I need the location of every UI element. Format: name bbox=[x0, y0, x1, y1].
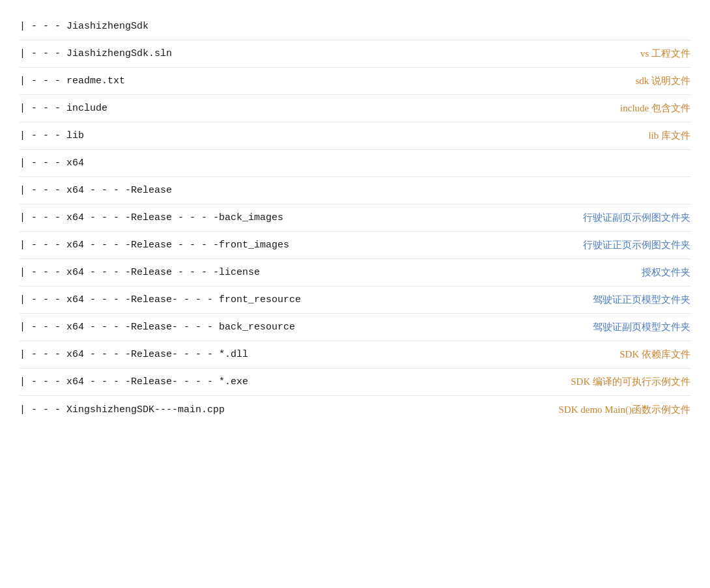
file-row: | - - - x64 - - - -Release- - - - *.exeS… bbox=[20, 369, 690, 396]
file-row: | - - - x64 - - - -Release bbox=[20, 177, 690, 204]
file-row: | - - - x64 - - - -Release- - - - front_… bbox=[20, 287, 690, 314]
file-path: | - - - readme.txt bbox=[20, 76, 125, 87]
file-row: | - - - x64 - - - -Release - - - -front_… bbox=[20, 232, 690, 259]
file-row: | - - - x64 - - - -Release- - - - back_r… bbox=[20, 314, 690, 341]
file-row: | - - - XingshizhengSDK----main.cppSDK d… bbox=[20, 396, 690, 423]
file-description: include 包含文件 bbox=[620, 102, 690, 115]
file-path: | - - - x64 - - - -Release- - - - *.dll bbox=[20, 349, 248, 360]
file-description: SDK 依赖库文件 bbox=[619, 348, 690, 361]
file-description: 授权文件夹 bbox=[642, 266, 690, 279]
file-path: | - - - JiashizhengSdk bbox=[20, 21, 149, 32]
file-structure-container: | - - - JiashizhengSdk| - - - Jiashizhen… bbox=[20, 13, 690, 423]
file-row: | - - - x64 bbox=[20, 150, 690, 177]
file-row: | - - - x64 - - - -Release- - - - *.dllS… bbox=[20, 341, 690, 369]
file-description: 驾驶证正页模型文件夹 bbox=[593, 294, 690, 306]
file-path: | - - - x64 - - - -Release- - - - front_… bbox=[20, 294, 301, 305]
file-description: sdk 说明文件 bbox=[635, 75, 690, 87]
file-row: | - - - x64 - - - -Release - - - -back_i… bbox=[20, 204, 690, 232]
file-path: | - - - include bbox=[20, 103, 107, 114]
file-path: | - - - lib bbox=[20, 130, 84, 141]
file-path: | - - - x64 - - - -Release- - - - *.exe bbox=[20, 376, 248, 387]
file-path: | - - - x64 - - - -Release bbox=[20, 185, 172, 196]
file-path: | - - - x64 - - - -Release - - - -front_… bbox=[20, 240, 289, 251]
file-description: vs 工程文件 bbox=[640, 48, 690, 60]
file-description: SDK 编译的可执行示例文件 bbox=[571, 376, 690, 388]
file-path: | - - - XingshizhengSDK----main.cpp bbox=[20, 404, 225, 415]
file-path: | - - - x64 bbox=[20, 158, 84, 169]
file-row: | - - - includeinclude 包含文件 bbox=[20, 95, 690, 122]
file-path: | - - - x64 - - - -Release- - - - back_r… bbox=[20, 322, 295, 333]
file-row: | - - - liblib 库文件 bbox=[20, 122, 690, 150]
file-row: | - - - JiashizhengSdk.slnvs 工程文件 bbox=[20, 40, 690, 68]
file-row: | - - - JiashizhengSdk bbox=[20, 13, 690, 40]
file-description: lib 库文件 bbox=[648, 130, 690, 142]
file-description: 驾驶证副页模型文件夹 bbox=[593, 321, 690, 333]
file-description: 行驶证副页示例图文件夹 bbox=[583, 212, 690, 224]
file-description: 行驶证正页示例图文件夹 bbox=[583, 239, 690, 251]
file-path: | - - - x64 - - - -Release - - - -licens… bbox=[20, 267, 260, 278]
file-row: | - - - readme.txtsdk 说明文件 bbox=[20, 68, 690, 95]
file-row: | - - - x64 - - - -Release - - - -licens… bbox=[20, 259, 690, 287]
file-path: | - - - x64 - - - -Release - - - -back_i… bbox=[20, 212, 283, 223]
file-path: | - - - JiashizhengSdk.sln bbox=[20, 48, 172, 59]
file-description: SDK demo Main()函数示例文件 bbox=[559, 404, 691, 416]
